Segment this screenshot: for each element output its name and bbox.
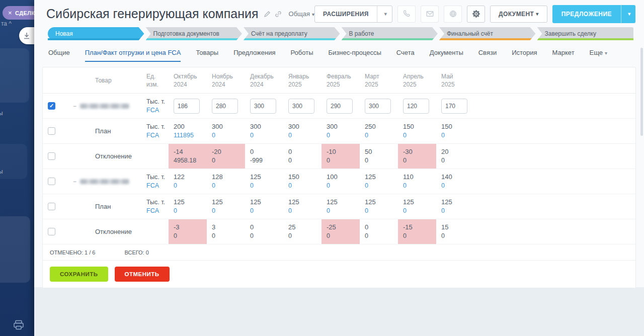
plan-fact-table-card: ТоварЕд.изм.Октябрь2024Ноябрь2024Декабрь…	[42, 67, 636, 288]
value-sub[interactable]: 0	[327, 182, 360, 190]
tab-label: Товары	[196, 49, 218, 56]
fca-link[interactable]: FCA	[146, 182, 169, 190]
tab-предложения[interactable]: Предложения	[233, 49, 275, 62]
document-button[interactable]: ДОКУМЕНТ	[490, 6, 547, 23]
proposal-button[interactable]: ПРЕДЛОЖЕНИЕ	[552, 5, 635, 23]
product-name-cell[interactable]: −	[63, 94, 141, 118]
proposal-dropdown-arrow[interactable]	[621, 5, 635, 23]
row-checkbox[interactable]	[48, 127, 55, 135]
stage-6[interactable]: Завершить сделку	[537, 27, 634, 40]
phone-icon[interactable]	[397, 6, 416, 23]
stage-3[interactable]: Счёт на предоплату	[244, 27, 340, 40]
sidebar-ghost-panel	[0, 144, 27, 179]
cancel-button[interactable]: ОТМЕНИТЬ	[115, 267, 170, 282]
row-filler	[474, 119, 635, 143]
value-sub[interactable]: 0	[403, 182, 436, 190]
value-sub: 0	[403, 232, 436, 240]
value-cell: 1250	[207, 194, 245, 219]
messenger-globe-icon[interactable]	[444, 6, 462, 23]
row-checkbox[interactable]	[48, 152, 55, 160]
extensions-button[interactable]: РАСШИРЕНИЯ	[314, 6, 392, 23]
tab-товары[interactable]: Товары	[196, 49, 218, 62]
value-sub[interactable]: 0	[441, 131, 474, 140]
value-sub[interactable]: 0	[250, 131, 283, 140]
value-main: 300	[250, 122, 283, 131]
value-sub[interactable]: 0	[174, 182, 207, 190]
value-sub[interactable]: 0	[212, 131, 245, 140]
value-sub: 4958.18	[174, 156, 207, 165]
tab-документы[interactable]: Документы	[430, 49, 463, 62]
value-sub[interactable]: 0	[441, 182, 474, 190]
value-sub[interactable]: 0	[174, 207, 207, 215]
row-checkbox[interactable]	[48, 228, 55, 235]
tab-история[interactable]: История	[512, 49, 537, 62]
close-icon[interactable]: ×	[8, 10, 12, 16]
vertical-scrollbar[interactable]	[640, 48, 643, 136]
tab-label: План/Факт отгрузки и цена FCA	[85, 49, 181, 56]
minimize-slider-button[interactable]	[19, 27, 34, 44]
month-value-input[interactable]	[250, 99, 276, 114]
row-checkbox[interactable]	[48, 178, 55, 185]
month-value-input[interactable]	[174, 99, 200, 114]
tab-роботы[interactable]: Роботы	[290, 49, 313, 62]
extensions-dropdown-arrow[interactable]	[377, 6, 392, 22]
save-button[interactable]: СОХРАНИТЬ	[50, 267, 108, 282]
month-value-input[interactable]	[365, 99, 391, 114]
value-sub[interactable]: 111895	[174, 131, 207, 140]
month-value-input[interactable]	[288, 99, 314, 114]
collapse-icon[interactable]: −	[73, 103, 76, 110]
fca-link[interactable]: FCA	[146, 106, 169, 114]
settings-gear-icon[interactable]	[467, 6, 485, 23]
toolbar-actions: РАСШИРЕНИЯ	[314, 5, 635, 23]
month-value-input[interactable]	[327, 99, 353, 114]
tab-еще[interactable]: Еще	[590, 49, 607, 62]
sidebar-clipped-text: ы	[0, 110, 3, 117]
value-sub[interactable]: 0	[441, 207, 474, 215]
edit-pencil-icon[interactable]	[264, 11, 271, 18]
stage-2[interactable]: Подготовка документов	[146, 27, 243, 40]
deal-category-dropdown[interactable]: Общая	[289, 10, 315, 18]
row-filler	[474, 169, 635, 194]
row-filler	[474, 144, 635, 169]
fca-link[interactable]: FCA	[146, 131, 169, 139]
tab-план-факт-отгрузки-и-цена-fca[interactable]: План/Факт отгрузки и цена FCA	[85, 49, 181, 62]
value-sub[interactable]: 0	[365, 182, 398, 190]
value-sub[interactable]: 0	[288, 207, 321, 215]
value-sub[interactable]: 0	[327, 207, 360, 215]
fca-link[interactable]: FCA	[146, 207, 169, 215]
value-sub[interactable]: 0	[212, 207, 245, 215]
mail-icon[interactable]	[421, 6, 439, 23]
value-sub[interactable]: 0	[365, 131, 398, 140]
tab-маркет[interactable]: Маркет	[552, 49, 575, 62]
value-sub[interactable]: 0	[327, 131, 360, 140]
link-icon[interactable]	[275, 11, 282, 18]
value-sub[interactable]: 0	[403, 207, 436, 215]
printer-icon[interactable]	[13, 320, 24, 330]
tab-бизнес-процессы[interactable]: Бизнес-процессы	[328, 49, 381, 62]
stage-underline	[439, 38, 536, 40]
value-sub[interactable]: 0	[212, 182, 245, 190]
value-sub[interactable]: 0	[250, 182, 283, 190]
month-value-input[interactable]	[403, 99, 429, 114]
row-checkbox[interactable]	[48, 102, 55, 110]
value-sub[interactable]: 0	[365, 207, 398, 215]
value-sub[interactable]: 0	[403, 131, 436, 140]
tab-общие[interactable]: Общие	[48, 49, 70, 62]
value-main: -14	[174, 147, 207, 156]
value-sub[interactable]: 0	[288, 131, 321, 140]
row-checkbox[interactable]	[48, 203, 55, 210]
month-value-input[interactable]	[441, 99, 467, 114]
product-name-cell[interactable]: −	[63, 169, 141, 194]
unit-label: Тыс. т.	[146, 173, 169, 181]
month-value-input[interactable]	[212, 99, 238, 114]
stage-4[interactable]: В работе	[342, 27, 438, 40]
tab-счета[interactable]: Счета	[396, 49, 415, 62]
collapse-icon[interactable]: −	[73, 178, 76, 185]
stage-5[interactable]: Финальный счёт	[439, 27, 536, 40]
value-sub[interactable]: 0	[250, 207, 283, 215]
stage-1[interactable]: Новая	[48, 27, 144, 40]
deal-slider-badge[interactable]: × СДЕЛКА	[3, 6, 34, 20]
value-sub[interactable]: 0	[288, 182, 321, 190]
row-filler	[474, 94, 635, 118]
tab-связи[interactable]: Связи	[478, 49, 497, 62]
